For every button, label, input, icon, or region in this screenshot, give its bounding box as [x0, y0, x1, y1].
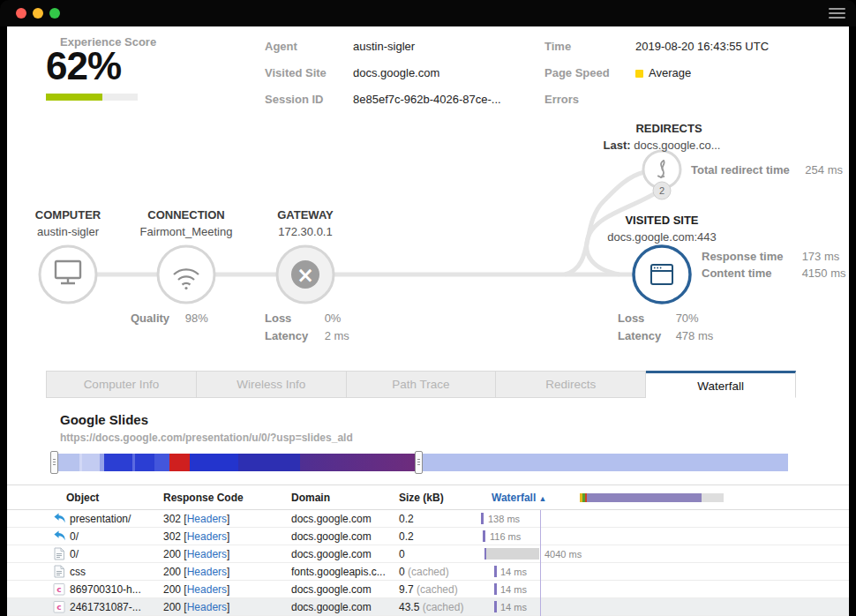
table-row[interactable]: c869700310-h...200 [Headers]docs.google.… — [7, 581, 849, 598]
redirects-last: Last: docs.google.co... — [574, 139, 750, 152]
cached-note: (cached) — [414, 583, 458, 596]
document-icon — [53, 547, 65, 563]
response-code-cell: 302 [Headers] — [163, 513, 229, 525]
stat-value: 98% — [185, 312, 208, 325]
waterfall-start-tick — [481, 513, 484, 524]
column-header-response-code[interactable]: Response Code — [163, 492, 244, 504]
response-code-cell: 200 [Headers] — [163, 566, 229, 578]
response-code-cell: 302 [Headers] — [163, 530, 229, 543]
gateway-node[interactable]: × — [277, 246, 334, 303]
column-header-domain[interactable]: Domain — [291, 492, 330, 504]
tab-waterfall[interactable]: Waterfall — [646, 371, 796, 398]
css-file-icon: c — [53, 582, 65, 598]
visited-site-title: VISITED SITE — [600, 214, 724, 227]
object-cell: 869700310-h... — [70, 583, 141, 596]
minimize-window-button[interactable] — [33, 8, 43, 19]
waterfall-time-label: 14 ms — [500, 584, 527, 595]
redirects-title: REDIRECTS — [607, 122, 731, 135]
stat-label: Content time — [702, 267, 799, 280]
stat-label: Loss — [265, 312, 321, 325]
headers-link[interactable]: Headers — [187, 548, 227, 560]
close-window-button[interactable] — [16, 8, 26, 19]
total-redirect-time-stat: Total redirect time 254 ms — [691, 163, 843, 177]
connection-quality-stat: Quality 98% — [131, 312, 208, 325]
object-cell: presentation/ — [70, 513, 131, 525]
sort-ascending-icon: ▲ — [539, 494, 547, 503]
stat-label: Total redirect time — [691, 163, 790, 177]
domain-cell: docs.google.com — [291, 513, 372, 525]
headers-link[interactable]: Headers — [187, 530, 227, 543]
browser-icon-dots — [654, 267, 662, 269]
table-row[interactable]: 0/200 [Headers]docs.google.com04040 ms — [7, 545, 849, 563]
waterfall-time-label: 4040 ms — [544, 549, 582, 560]
object-cell: css — [70, 566, 86, 578]
table-row[interactable]: presentation/302 [Headers]docs.google.co… — [7, 510, 849, 528]
stat-value: 2 ms — [325, 329, 349, 342]
column-header-size[interactable]: Size (kB) — [399, 492, 444, 504]
gateway-loss-stat: Loss 0% — [265, 312, 341, 325]
svg-text:c: c — [56, 585, 61, 594]
timeline-segment — [57, 454, 79, 471]
timeline-segment — [300, 454, 417, 471]
app-window: Experience Score 62% Agent austin-sigler… — [7, 26, 849, 616]
object-cell: 0/ — [70, 548, 79, 560]
gateway-x-icon: × — [297, 263, 314, 288]
size-cell: 0.2 — [399, 513, 414, 525]
size-cell: 0 — [399, 548, 405, 560]
gateway-ip: 172.30.0.1 — [252, 225, 358, 238]
table-row[interactable]: 0/302 [Headers]docs.google.com0.2116 ms — [7, 528, 849, 545]
stat-label: Quality — [131, 312, 169, 325]
computer-node[interactable] — [40, 246, 96, 303]
size-cell: 9.7 (cached) — [399, 583, 458, 596]
connection-title: CONNECTION — [133, 208, 239, 222]
redirects-last-value: docs.google.co... — [634, 139, 720, 152]
tab-computer-info[interactable]: Computer Info — [46, 371, 197, 398]
gateway-latency-stat: Latency 2 ms — [265, 329, 349, 342]
css-file-icon: c — [53, 600, 65, 616]
headers-link[interactable]: Headers — [187, 583, 227, 596]
visited-site-node[interactable] — [634, 246, 690, 303]
stat-value: 478 ms — [676, 329, 714, 342]
timeline-segment — [82, 454, 100, 471]
response-code-cell: 200 [Headers] — [163, 548, 229, 560]
waterfall-window-guide-line — [540, 510, 541, 616]
cached-note: (cached) — [419, 601, 463, 613]
tab-redirects[interactable]: Redirects — [496, 371, 646, 398]
page-url: https://docs.google.com/presentation/u/0… — [60, 432, 353, 444]
headers-link[interactable]: Headers — [187, 513, 227, 525]
stat-value: 70% — [676, 312, 699, 325]
table-header: Object Response Code Domain Size (kB) Wa… — [7, 485, 849, 510]
redirects-node[interactable]: 2 — [643, 151, 680, 199]
headers-link[interactable]: Headers — [187, 601, 227, 613]
timeline-left-handle[interactable] — [50, 451, 58, 474]
column-header-waterfall-label: Waterfall — [492, 492, 536, 504]
tab-path-trace[interactable]: Path Trace — [347, 371, 497, 398]
page-title: Google Slides — [60, 412, 148, 427]
summary-bar-segment — [587, 493, 702, 502]
stat-value: 0% — [325, 312, 342, 325]
column-header-waterfall[interactable]: Waterfall ▲ — [492, 492, 547, 504]
connection-node[interactable] — [158, 246, 214, 303]
headers-link[interactable]: Headers — [187, 566, 227, 578]
waterfall-time-label: 116 ms — [490, 531, 521, 542]
waterfall-time-label: 14 ms — [500, 567, 527, 577]
hamburger-menu-icon[interactable] — [829, 8, 845, 19]
waterfall-start-tick — [494, 566, 497, 577]
table-row[interactable]: c2461731087-...200 [Headers]docs.google.… — [7, 598, 849, 616]
tab-wireless-info[interactable]: Wireless Info — [197, 371, 347, 398]
timeline-segment — [190, 454, 238, 471]
zoom-window-button[interactable] — [49, 8, 60, 19]
timeline-segment — [238, 454, 300, 471]
timeline-right-handle[interactable] — [415, 451, 423, 474]
object-cell: 2461731087-... — [70, 601, 141, 613]
waterfall-start-tick — [483, 530, 485, 542]
tab-bar: Computer InfoWireless InfoPath TraceRedi… — [46, 371, 796, 398]
waterfall-timeline[interactable] — [50, 451, 788, 474]
column-header-object[interactable]: Object — [66, 492, 99, 504]
domain-cell: docs.google.com — [291, 583, 372, 596]
size-cell: 0 (cached) — [399, 566, 449, 578]
timeline-segment — [169, 454, 190, 471]
size-cell: 0.2 — [399, 530, 414, 543]
redirect-count: 2 — [659, 185, 665, 196]
table-row[interactable]: css200 [Headers]fonts.googleapis.c...0 (… — [7, 563, 849, 581]
